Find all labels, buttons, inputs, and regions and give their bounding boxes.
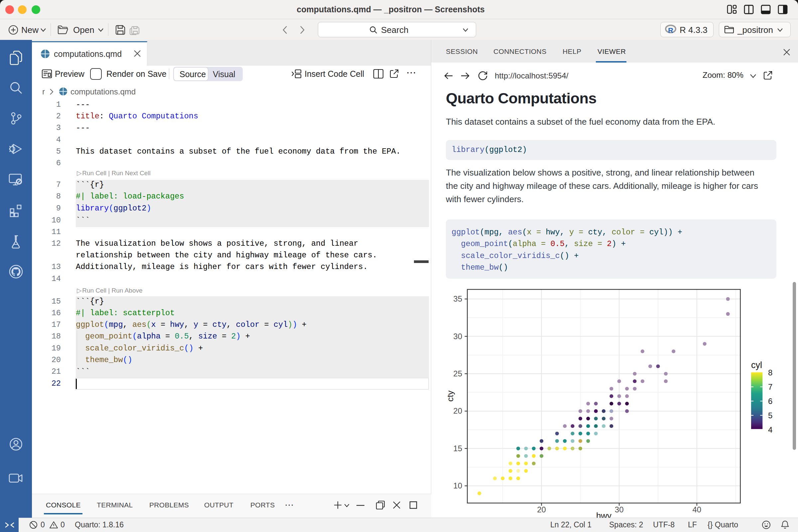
svg-text:35: 35 [453,294,462,303]
svg-text:4: 4 [768,425,773,434]
svg-text:8: 8 [768,368,773,377]
svg-text:7: 7 [768,382,773,391]
svg-text:15: 15 [453,444,462,453]
svg-text:20: 20 [537,505,546,514]
svg-text:cyl: cyl [751,360,762,370]
svg-text:6: 6 [768,397,773,406]
svg-text:10: 10 [453,481,462,490]
svg-text:30: 30 [453,332,462,341]
svg-text:hwy: hwy [596,511,611,518]
svg-text:30: 30 [615,505,624,514]
svg-text:cty: cty [445,391,455,401]
svg-text:40: 40 [692,505,701,514]
svg-text:R: R [668,26,673,35]
svg-text:5: 5 [768,411,773,420]
svg-text:25: 25 [453,369,462,378]
svg-text:20: 20 [453,406,462,415]
